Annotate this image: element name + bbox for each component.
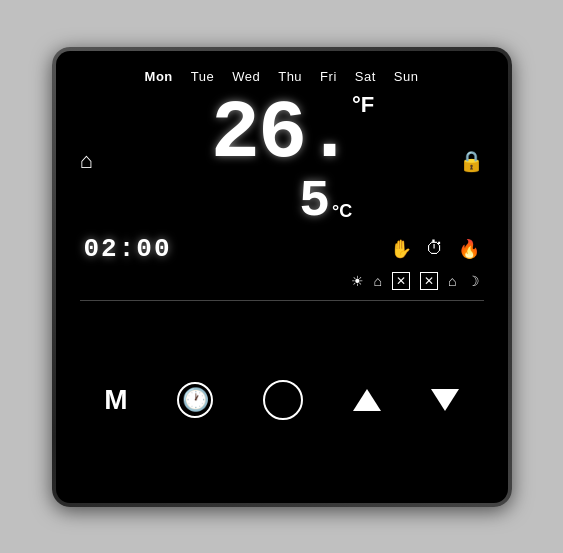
down-arrow-icon <box>431 389 459 411</box>
mode-icons: ✋ ⏱ 🔥 <box>390 238 480 260</box>
days-row: Mon Tue Wed Thu Fri Sat Sun <box>80 69 484 84</box>
prog-sun-icon: ☀ <box>351 273 364 289</box>
temp-unit-fahrenheit: °F <box>352 92 374 118</box>
day-wed: Wed <box>232 69 260 84</box>
clock-button-circle: 🕐 <box>177 382 213 418</box>
prog-home2-icon: ⌂ <box>448 273 456 289</box>
mode-button-label: M <box>104 384 127 416</box>
day-sat: Sat <box>355 69 376 84</box>
temp-decimal: 5 <box>299 176 330 228</box>
home-icon: ⌂ <box>80 148 93 174</box>
power-button-circle <box>263 380 303 420</box>
thermostat-device: Mon Tue Wed Thu Fri Sat Sun ⌂ 26. °F 5 °… <box>52 47 512 507</box>
thermostat-screen: Mon Tue Wed Thu Fri Sat Sun ⌂ 26. °F 5 °… <box>56 51 508 503</box>
day-tue: Tue <box>191 69 214 84</box>
temp-unit-celsius: °C <box>332 201 352 222</box>
prog-moon-icon: ☽ <box>467 273 480 289</box>
timer-icon: ⏱ <box>426 238 444 259</box>
day-fri: Fri <box>320 69 337 84</box>
clock-button[interactable]: 🕐 <box>177 382 213 418</box>
prog-away1-icon: ✕ <box>392 272 410 290</box>
temperature-area: ⌂ 26. °F 5 °C 🔒 <box>80 94 484 228</box>
day-sun: Sun <box>394 69 419 84</box>
hand-icon: ✋ <box>390 238 412 260</box>
prog-home1-icon: ⌂ <box>374 273 382 289</box>
divider <box>80 300 484 301</box>
up-arrow-icon <box>353 389 381 411</box>
clock-button-icon: 🕐 <box>182 387 209 413</box>
lock-icon: 🔒 <box>459 149 484 173</box>
day-thu: Thu <box>278 69 302 84</box>
temp-down-button[interactable] <box>431 389 459 411</box>
program-row: ☀ ⌂ ✕ ✕ ⌂ ☽ <box>80 272 484 290</box>
flame-icon: 🔥 <box>458 238 480 260</box>
info-row: 02:00 ✋ ⏱ 🔥 <box>80 234 484 264</box>
prog-away2-icon: ✕ <box>420 272 438 290</box>
button-row: M 🕐 <box>80 311 484 489</box>
temp-up-button[interactable] <box>353 389 381 411</box>
temperature-display: 26. °F 5 °C <box>211 94 353 228</box>
day-mon: Mon <box>145 69 173 84</box>
mode-button[interactable]: M <box>104 384 127 416</box>
power-button[interactable] <box>263 380 303 420</box>
temp-whole: 26. <box>211 94 353 176</box>
time-display: 02:00 <box>84 234 172 264</box>
